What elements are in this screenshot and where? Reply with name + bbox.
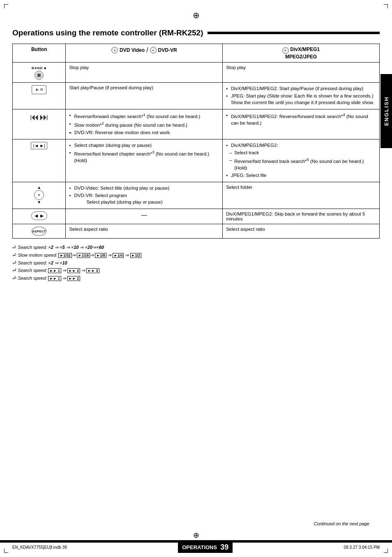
sub-item-reverse-track: Reverse/fast forward track search*5 (No … bbox=[226, 157, 376, 171]
header-button: Button bbox=[13, 44, 66, 63]
dvd-playpause-text: Start play/Pause (if pressed during play… bbox=[69, 85, 153, 90]
slash-divider: / bbox=[146, 46, 148, 54]
dvd-disc-icon-1 bbox=[111, 47, 118, 53]
corner-tr bbox=[384, 4, 388, 8]
stop-square bbox=[37, 74, 41, 77]
operations-badge: OPERATIONS 39 bbox=[178, 542, 233, 553]
button-cell-search: ⏮ ⏭ bbox=[13, 109, 66, 139]
divx-playpause-cell: DivX/MPEG1/MPEG2: Start play/Pause (if p… bbox=[223, 82, 380, 109]
footnote-1: *1 Search speed: ×2 ⇒ ×5 ⇒ ×10 ⇒ ×20⇒×60 bbox=[12, 245, 380, 251]
footnote-5: *5 Search speed: ►► 1 ⇒ ►► 2 bbox=[12, 276, 380, 282]
dvd-playpause-cell: Start play/Pause (if pressed during play… bbox=[66, 82, 223, 109]
footnote-text-5: Search speed: ►► 1 ⇒ ►► 2 bbox=[18, 276, 80, 281]
divx-chapter-list: DivX/MPEG1/MPEG2: bbox=[226, 142, 376, 149]
list-item: Select chapter (during play or pause) bbox=[69, 142, 219, 149]
play-pause-icon: ► /II bbox=[32, 85, 46, 94]
disc-icon bbox=[34, 190, 44, 200]
divx-chapter-cell: DivX/MPEG1/MPEG2: Select track Reverse/f… bbox=[223, 139, 380, 182]
footnote-num-1: *1 bbox=[12, 245, 16, 251]
prev-track-symbol: |◄ bbox=[33, 143, 39, 148]
footnote-num-5: *5 bbox=[12, 276, 16, 282]
dvd-video-label: DVD Video bbox=[120, 47, 145, 53]
table-row: BAND ■ Stop play Stop play bbox=[13, 62, 380, 82]
divx-skip-cell: DivX/MPEG1/MPEG2: Skip back or forward t… bbox=[223, 209, 380, 224]
footer-date: 09.3.27 3:04:15 PM bbox=[344, 545, 380, 550]
footnote-text-1: Search speed: ×2 ⇒ ×5 ⇒ ×10 ⇒ ×20⇒×60 bbox=[18, 245, 104, 250]
footnote-text-4: Search speed: ►► 1 ⇒ ►► 2 ⇒ ►► 3 bbox=[18, 268, 99, 274]
search-skip-icon: ⏮ ⏭ bbox=[30, 112, 48, 123]
section-label: OPERATIONS bbox=[182, 544, 217, 550]
table-row: ⏮ ⏭ Reverse/forward chapter search*1 (No… bbox=[13, 109, 380, 139]
chapter-select-icon: |◄ ►| bbox=[31, 142, 47, 149]
title-bar bbox=[208, 32, 380, 34]
dvd-search-cell: Reverse/forward chapter search*1 (No sou… bbox=[66, 109, 223, 139]
aspect-label: ASPECT bbox=[32, 230, 46, 233]
band-label: BAND ■ bbox=[32, 66, 46, 70]
header-dvd: DVD Video / DVD-VR bbox=[66, 44, 223, 63]
footnote-2: *2 Slow motion speed: ►1/32⇒ ►1/16⇒ ►1/8… bbox=[12, 253, 380, 259]
dvd-stop-cell: Stop play bbox=[66, 62, 223, 82]
divx-aspect-cell: Select aspect ratio bbox=[223, 224, 380, 239]
list-item: Slow motion*2 during pause (No sound can… bbox=[69, 121, 219, 128]
divx-aspect-text: Select aspect ratio bbox=[226, 227, 265, 232]
title-select-icon: ▲ ▼ bbox=[34, 186, 44, 204]
dvd-title-cell: DVD-Video: Select title (during play or … bbox=[66, 182, 223, 209]
button-cell-playpause: ► /II bbox=[13, 82, 66, 109]
arrow-down-icon: ▼ bbox=[37, 200, 41, 204]
divx-label: DivX/MPEG1MPEG2/JPEG bbox=[285, 46, 320, 60]
arrow-up-icon: ▲ bbox=[37, 186, 41, 190]
dvd-stop-text: Stop play bbox=[69, 65, 89, 70]
divx-search-list: DivX/MPEG1/MPEG2: Reverse/forward track … bbox=[226, 112, 376, 126]
footnote-text-3: Search speed: ×2 ⇒ ×10 bbox=[18, 260, 67, 266]
dvd-chapter-cell: Select chapter (during play or pause) Re… bbox=[66, 139, 223, 182]
dvd-disc-icon-2 bbox=[150, 47, 157, 53]
page-title: Operations using the remote controller (… bbox=[12, 28, 380, 37]
stop-circle bbox=[35, 71, 44, 80]
em-dash: — bbox=[69, 211, 219, 218]
skip-forward-symbol: ► bbox=[39, 213, 45, 219]
sub-item-select-track: Select track bbox=[226, 149, 376, 156]
rewind-icon: ⏮ bbox=[30, 112, 39, 123]
pause-symbol: /II bbox=[40, 88, 43, 91]
table-row: ◄ ► — DivX/MPEG1/MPEG2: Skip back or for… bbox=[13, 209, 380, 224]
list-item: DivX/MPEG1/MPEG2: bbox=[226, 142, 376, 149]
footnote-num-3: *3 bbox=[12, 260, 16, 267]
next-track-symbol: ►| bbox=[39, 143, 45, 148]
divx-title-cell: Select folder bbox=[223, 182, 380, 209]
continued-note: Continued on the next page bbox=[314, 521, 369, 528]
aspect-button-icon: ASPECT bbox=[32, 227, 46, 236]
button-cell-skip: ◄ ► bbox=[13, 209, 66, 224]
dvd-aspect-text: Select aspect ratio bbox=[69, 227, 108, 232]
dvd-skip-cell: — bbox=[66, 209, 223, 224]
footnote-num-2: *2 bbox=[12, 253, 16, 259]
list-item: DVD-Video: Select title (during play or … bbox=[69, 185, 219, 191]
table-row: ► /II Start play/Pause (if pressed durin… bbox=[13, 82, 380, 109]
select-folder-text: Select folder bbox=[226, 185, 252, 190]
footnote-num-4: *4 bbox=[12, 268, 16, 274]
page-number: 39 bbox=[220, 543, 228, 552]
divx-search-cell: DivX/MPEG1/MPEG2: Reverse/forward track … bbox=[223, 109, 380, 139]
corner-tl bbox=[4, 4, 8, 8]
list-item: JPEG: Start play (Slide show: Each file … bbox=[226, 93, 376, 106]
divx-stop-text: Stop play bbox=[226, 65, 246, 70]
footnote-4: *4 Search speed: ►► 1 ⇒ ►► 2 ⇒ ►► 3 bbox=[12, 268, 380, 274]
corner-br bbox=[384, 549, 388, 553]
page-container: ⊕ Operations using the remote controller… bbox=[0, 0, 392, 557]
footnote-3: *3 Search speed: ×2 ⇒ ×10 bbox=[12, 260, 380, 267]
divx-disc-icon bbox=[282, 47, 289, 54]
list-item: Reverse/forward chapter search*1 (No sou… bbox=[69, 112, 219, 120]
forward-icon: ⏭ bbox=[39, 112, 48, 123]
list-item: DivX/MPEG1/MPEG2: Reverse/forward track … bbox=[226, 112, 376, 126]
bottom-gear-symbol: ⊕ bbox=[193, 531, 199, 540]
skip-back-symbol: ◄ bbox=[34, 213, 39, 219]
table-row: ASPECT Select aspect ratio Select aspect… bbox=[13, 224, 380, 239]
header-divx: DivX/MPEG1MPEG2/JPEG bbox=[223, 44, 380, 63]
dvd-title-list: DVD-Video: Select title (during play or … bbox=[69, 185, 219, 205]
top-gear-symbol: ⊕ bbox=[12, 8, 380, 24]
dvd-chapter-list: Select chapter (during play or pause) Re… bbox=[69, 142, 219, 164]
continued-text: Continued on the next page bbox=[314, 521, 369, 526]
operations-table: Button DVD Video / DVD-VR DivX/MPEG1MPEG… bbox=[12, 44, 380, 239]
play-symbol: ► bbox=[35, 87, 39, 92]
corner-bl bbox=[4, 549, 8, 553]
list-item: JPEG: Select file bbox=[226, 172, 376, 179]
